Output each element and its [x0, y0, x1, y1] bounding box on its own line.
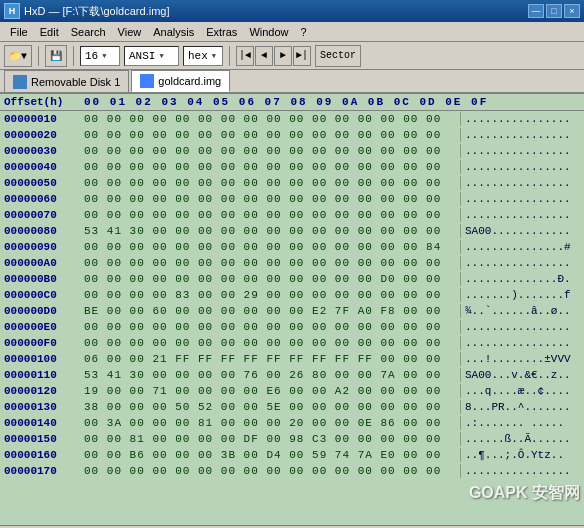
nav-prev-button[interactable]: ◄	[255, 46, 273, 66]
app-icon: H	[4, 3, 20, 19]
table-row[interactable]: 000000B000 00 00 00 00 00 00 00 00 00 00…	[0, 271, 584, 287]
ascii-cells: ..............Ð.	[460, 272, 580, 286]
menu-item-extras[interactable]: Extras	[200, 24, 243, 40]
hex-cells: 00 00 00 00 00 00 00 00 00 00 00 00 00 0…	[84, 320, 460, 334]
menu-item-search[interactable]: Search	[65, 24, 112, 40]
offset-cell: 00000120	[4, 384, 84, 398]
table-row[interactable]: 0000011053 41 30 00 00 00 00 76 00 26 80…	[0, 367, 584, 383]
table-row[interactable]: 0000006000 00 00 00 00 00 00 00 00 00 00…	[0, 191, 584, 207]
ascii-cells: ................	[460, 336, 580, 350]
ascii-cells: ................	[460, 144, 580, 158]
toolbar-separator-1	[38, 46, 39, 66]
hex-cells: 19 00 00 71 00 00 00 00 E6 00 00 A2 00 0…	[84, 384, 460, 398]
hex-cells: 00 3A 00 00 00 81 00 00 00 20 00 00 0E 8…	[84, 416, 460, 430]
offset-cell: 00000030	[4, 144, 84, 158]
table-row[interactable]: 000000A000 00 00 00 00 00 00 00 00 00 00…	[0, 255, 584, 271]
menu-item-edit[interactable]: Edit	[34, 24, 65, 40]
hex-cells: BE 00 00 60 00 00 00 00 00 00 E2 7F A0 F…	[84, 304, 460, 318]
offset-cell: 000000A0	[4, 256, 84, 270]
offset-cell: 00000070	[4, 208, 84, 222]
menu-item-window[interactable]: Window	[243, 24, 294, 40]
hex-cells: 00 00 00 00 00 00 00 00 00 00 00 00 00 0…	[84, 128, 460, 142]
toolbar-open-button[interactable]: 📁▼	[4, 45, 32, 67]
table-row[interactable]: 0000002000 00 00 00 00 00 00 00 00 00 00…	[0, 127, 584, 143]
ascii-cells: 8...PR..^.......	[460, 400, 580, 414]
table-row[interactable]: 0000010006 00 00 21 FF FF FF FF FF FF FF…	[0, 351, 584, 367]
table-row[interactable]: 0000017000 00 00 00 00 00 00 00 00 00 00…	[0, 463, 584, 479]
hex-cells: 00 00 00 00 00 00 00 00 00 00 00 00 00 0…	[84, 240, 460, 254]
table-row[interactable]: 0000003000 00 00 00 00 00 00 00 00 00 00…	[0, 143, 584, 159]
table-row[interactable]: 0000004000 00 00 00 00 00 00 00 00 00 00…	[0, 159, 584, 175]
hex-cols-header: 00 01 02 03 04 05 06 07 08 09 0A 0B 0C 0…	[84, 96, 580, 108]
hex-cells: 00 00 00 00 00 00 00 00 00 00 00 00 00 0…	[84, 192, 460, 206]
nav-next-button[interactable]: ►	[274, 46, 292, 66]
table-row[interactable]: 000000D0BE 00 00 60 00 00 00 00 00 00 E2…	[0, 303, 584, 319]
offset-cell: 00000150	[4, 432, 84, 446]
minimize-button[interactable]: —	[528, 4, 544, 18]
table-row[interactable]: 0000012019 00 00 71 00 00 00 00 E6 00 00…	[0, 383, 584, 399]
hex-cells: 00 00 00 00 00 00 00 00 00 00 00 00 00 0…	[84, 144, 460, 158]
ascii-cells: ................	[460, 112, 580, 126]
ascii-cells: SA00............	[460, 224, 580, 238]
encoding-dropdown[interactable]: ANSI	[124, 46, 179, 66]
hex-cells: 00 00 00 00 00 00 00 00 00 00 00 00 00 0…	[84, 176, 460, 190]
tab-0[interactable]: Removable Disk 1	[4, 70, 129, 92]
nav-first-button[interactable]: |◄	[236, 46, 254, 66]
offset-cell: 000000E0	[4, 320, 84, 334]
menu-item-analysis[interactable]: Analysis	[147, 24, 200, 40]
hex-cells: 53 41 30 00 00 00 00 76 00 26 80 00 00 7…	[84, 368, 460, 382]
menu-item-file[interactable]: File	[4, 24, 34, 40]
offset-cell: 000000D0	[4, 304, 84, 318]
view-mode-dropdown[interactable]: hex	[183, 46, 223, 66]
table-row[interactable]: 0000013038 00 00 00 50 52 00 00 5E 00 00…	[0, 399, 584, 415]
hex-cells: 00 00 00 00 00 00 00 00 00 00 00 00 00 0…	[84, 160, 460, 174]
table-row[interactable]: 000000E000 00 00 00 00 00 00 00 00 00 00…	[0, 319, 584, 335]
close-button[interactable]: ×	[564, 4, 580, 18]
table-row[interactable]: 0000016000 00 B6 00 00 00 3B 00 D4 00 59…	[0, 447, 584, 463]
hex-cells: 00 00 00 00 00 00 00 00 00 00 00 00 00 0…	[84, 464, 460, 478]
ascii-cells: ...............#	[460, 240, 580, 254]
offset-cell: 00000010	[4, 112, 84, 126]
table-row[interactable]: 0000009000 00 00 00 00 00 00 00 00 00 00…	[0, 239, 584, 255]
table-row[interactable]: 0000008053 41 30 00 00 00 00 00 00 00 00…	[0, 223, 584, 239]
table-row[interactable]: 000000C000 00 00 00 83 00 00 29 00 00 00…	[0, 287, 584, 303]
offset-cell: 00000060	[4, 192, 84, 206]
maximize-button[interactable]: □	[546, 4, 562, 18]
nav-last-button[interactable]: ►|	[293, 46, 311, 66]
ascii-cells: ................	[460, 256, 580, 270]
offset-cell: 00000140	[4, 416, 84, 430]
title-text: HxD — [F:\下载\goldcard.img]	[24, 4, 528, 19]
menu-item-?[interactable]: ?	[295, 24, 313, 40]
toolbar-separator-2	[73, 46, 74, 66]
offset-header: Offset(h)	[4, 96, 84, 108]
offset-cell: 00000170	[4, 464, 84, 478]
ascii-cells: .:....... .....	[460, 416, 580, 430]
offset-cell: 00000160	[4, 448, 84, 462]
tab-bar: Removable Disk 1goldcard.img	[0, 70, 584, 94]
ascii-cells: ¾..`......â..ø..	[460, 304, 580, 318]
ascii-cells: ................	[460, 160, 580, 174]
hex-area: 0000001000 00 00 00 00 00 00 00 00 00 00…	[0, 111, 584, 525]
table-row[interactable]: 0000015000 00 81 00 00 00 00 DF 00 98 C3…	[0, 431, 584, 447]
table-row[interactable]: 0000005000 00 00 00 00 00 00 00 00 00 00…	[0, 175, 584, 191]
offset-cell: 00000130	[4, 400, 84, 414]
hex-cells: 00 00 00 00 00 00 00 00 00 00 00 00 00 0…	[84, 208, 460, 222]
toolbar-save-button[interactable]: 💾	[45, 45, 67, 67]
table-row[interactable]: 0000014000 3A 00 00 00 81 00 00 00 20 00…	[0, 415, 584, 431]
step-dropdown[interactable]: 16	[80, 46, 120, 66]
hex-cells: 00 00 B6 00 00 00 3B 00 D4 00 59 74 7A E…	[84, 448, 460, 462]
tab-1[interactable]: goldcard.img	[131, 70, 230, 92]
hex-cells: 00 00 00 00 83 00 00 29 00 00 00 00 00 0…	[84, 288, 460, 302]
toolbar-separator-3	[229, 46, 230, 66]
ascii-cells: ...!........±VVV	[460, 352, 580, 366]
table-row[interactable]: 000000F000 00 00 00 00 00 00 00 00 00 00…	[0, 335, 584, 351]
offset-cell: 00000110	[4, 368, 84, 382]
sector-label: Sector	[315, 45, 361, 67]
table-row[interactable]: 0000001000 00 00 00 00 00 00 00 00 00 00…	[0, 111, 584, 127]
nav-buttons: |◄ ◄ ► ►|	[236, 46, 311, 66]
menu-item-view[interactable]: View	[112, 24, 148, 40]
table-row[interactable]: 0000007000 00 00 00 00 00 00 00 00 00 00…	[0, 207, 584, 223]
hex-cells: 00 00 00 00 00 00 00 00 00 00 00 00 00 0…	[84, 336, 460, 350]
ascii-cells: ................	[460, 176, 580, 190]
offset-cell: 00000050	[4, 176, 84, 190]
